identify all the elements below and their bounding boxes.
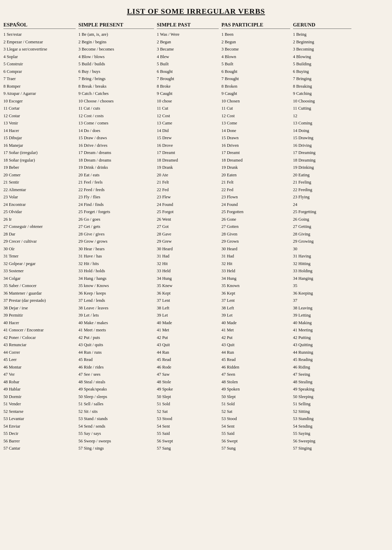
- list-item: 50 Slept: [157, 393, 219, 401]
- list-item: 37 Prestar (dar prestado): [3, 297, 76, 305]
- list-item: 32 Hitting: [293, 260, 351, 268]
- list-item: 55 Said: [221, 430, 290, 438]
- list-item: 6 Comprar: [3, 68, 76, 76]
- list-item: 15 Drawing: [293, 134, 351, 142]
- list-item: 51 Sold: [157, 400, 219, 408]
- list-item: 31 Have / has: [78, 253, 154, 260]
- list-item: 28 Dar: [3, 231, 76, 238]
- list-item: 10 Choose / chooses: [78, 98, 154, 105]
- list-item: 52 Sat: [221, 408, 290, 416]
- list-item: 20 Eating: [293, 172, 351, 179]
- list-item: 46 Montar: [3, 364, 76, 371]
- list-item: 44 Run: [221, 349, 290, 356]
- list-item: 12: [293, 112, 351, 120]
- list-item: 27 Gotten: [221, 223, 290, 231]
- list-item: 36 Kept: [221, 290, 290, 297]
- list-item: 17 Dream / dreams: [78, 149, 154, 157]
- list-item: 44 Ran: [157, 349, 219, 356]
- list-item: 30 Oír: [3, 245, 76, 253]
- list-item: 30 Hear / hears: [78, 245, 154, 253]
- list-item: 48 Robar: [3, 378, 76, 386]
- list-item: 22 Fed: [221, 186, 290, 194]
- list-item: 23 Flew: [157, 194, 219, 201]
- list-item: 45 Leer: [3, 356, 76, 364]
- list-item: 50 Sleeping: [293, 393, 351, 401]
- list-item: 52 Sit / sits: [78, 408, 154, 416]
- list-item: 3 Became: [157, 46, 219, 53]
- list-item: 17 Soñar (irregular): [3, 149, 76, 157]
- list-item: 57 Cantar: [3, 445, 76, 452]
- list-item: 12 Cost: [221, 112, 290, 120]
- list-item: 9 Catching: [293, 90, 351, 98]
- list-item: 38 Left: [221, 305, 290, 312]
- list-item: 23 Fly / flies: [78, 194, 154, 201]
- list-item: 25 Olvidar: [3, 208, 76, 216]
- list-item: 1 Ser/estar: [3, 31, 76, 38]
- list-item: 36 Mantener / guardar: [3, 290, 76, 297]
- list-item: 5 Built: [221, 60, 290, 68]
- list-item: 18 Dreamed: [157, 157, 219, 164]
- list-item: 35 Saber / Conocer: [3, 282, 76, 290]
- list-item: 12 Cost: [157, 112, 219, 120]
- espanol-list: 1 Ser/estar2 Empezar / Comenzar3 Llegar …: [3, 31, 76, 452]
- list-item: 32 Hit: [221, 260, 290, 268]
- list-item: 53 Standing: [293, 415, 351, 423]
- list-item: 41 Met: [221, 327, 290, 334]
- list-item: 24 Found: [221, 201, 290, 209]
- list-item: 7 Brought: [157, 75, 219, 83]
- list-item: 14 Did: [157, 127, 219, 135]
- list-item: 23 Flying: [293, 194, 351, 201]
- list-item: 14 Done: [221, 127, 290, 135]
- list-item: 3 Llegar a ser/convertirse: [3, 46, 76, 53]
- list-item: 25 Forget / forgets: [78, 208, 154, 216]
- list-item: 14 Do / does: [78, 127, 154, 135]
- list-item: 22 Alimentar: [3, 186, 76, 194]
- list-item: 6 Buy / buys: [78, 68, 154, 76]
- list-item: 54 Sending: [293, 423, 351, 430]
- list-item: 22 Feeding: [293, 186, 351, 194]
- list-item: 42 Put: [221, 334, 290, 342]
- list-item: 57 Sing / sings: [78, 445, 154, 452]
- list-item: 13 Come: [221, 120, 290, 127]
- list-item: 54 Enviar: [3, 423, 76, 430]
- list-item: 46 Ridden: [221, 364, 290, 371]
- simple-present-list: 1 Be (am, is, are)2 Begin / begins3 Beco…: [78, 31, 154, 452]
- list-item: 38 Left: [157, 305, 219, 312]
- list-item: 37: [293, 297, 351, 305]
- list-item: 33 Hold / holds: [78, 267, 154, 275]
- list-item: 40 Making: [293, 319, 351, 327]
- list-item: 19 Beber: [3, 164, 76, 172]
- list-item: 37 Lend / lends: [78, 297, 154, 305]
- list-item: 13 Came: [157, 120, 219, 127]
- list-item: 53 Stood: [157, 415, 219, 423]
- gerund-list: 1 Being2 Beginning3 Becoming4 Blowing5 B…: [293, 31, 351, 452]
- list-item: 29 Growing: [293, 238, 351, 245]
- list-item: 25 Forgetting: [293, 208, 351, 216]
- list-item: 43 Renunciar: [3, 341, 76, 349]
- list-item: 43 Quitting: [293, 341, 351, 349]
- list-item: 11 Cut: [221, 105, 290, 112]
- list-item: 51 Selling: [293, 400, 351, 408]
- list-item: 22 Fed: [157, 186, 219, 194]
- list-item: 44 Run / runs: [78, 349, 154, 356]
- list-item: 41 Conocer / Encontrar: [3, 327, 76, 334]
- list-item: 26 Go / goes: [78, 216, 154, 223]
- simple-past-column: SIMPLE PAST 1 Was / Were2 Began3 Became4…: [157, 22, 219, 452]
- list-item: 21 Sentir: [3, 179, 76, 186]
- list-item: 32 Hit / hits: [78, 260, 154, 268]
- list-item: 56 Swept: [221, 438, 290, 445]
- list-item: 53 Stood: [221, 415, 290, 423]
- list-item: 34 Hang / hangs: [78, 275, 154, 283]
- list-item: 38 Leave / leaves: [78, 305, 154, 312]
- list-item: 2 Beginning: [293, 38, 351, 46]
- list-item: 25 Forgot: [157, 208, 219, 216]
- list-item: 6 Bought: [157, 68, 219, 76]
- list-item: 37 Lent: [157, 297, 219, 305]
- list-item: 50 Dormir: [3, 393, 76, 401]
- list-item: 5 Construir: [3, 60, 76, 68]
- list-item: 9 Caught: [157, 90, 219, 98]
- list-item: 13 Venir: [3, 120, 76, 127]
- list-item: 16 Driving: [293, 142, 351, 150]
- list-item: 26 Went: [157, 216, 219, 223]
- list-item: 3 Become / becomes: [78, 46, 154, 53]
